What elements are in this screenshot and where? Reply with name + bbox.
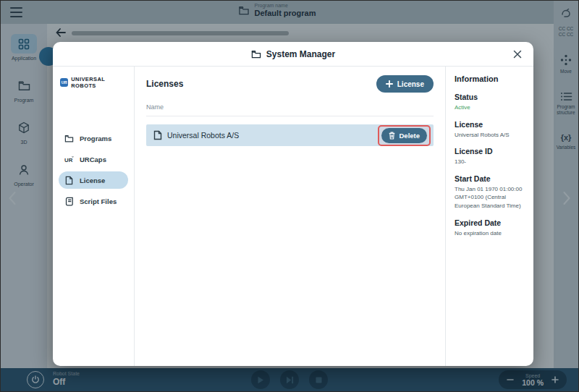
- urcaps-icon: UR: [64, 155, 74, 163]
- licenses-header: Licenses License: [146, 75, 434, 93]
- nav-item-programs[interactable]: Programs: [59, 129, 128, 147]
- folder-icon: [64, 135, 74, 142]
- modal-nav-items: Programs UR URCaps: [59, 129, 128, 210]
- ur-logo-mark: UR: [60, 78, 68, 87]
- universal-robots-logo: UR UNIVERSAL ROBOTS: [60, 76, 128, 89]
- license-label: License: [455, 120, 525, 129]
- license-row-universal-robots[interactable]: Universal Robots A/S Delete: [146, 124, 434, 146]
- svg-text:UR: UR: [64, 156, 73, 163]
- expired-date-value: No expiration date: [455, 229, 525, 238]
- nav-item-label: Programs: [80, 135, 111, 142]
- column-header-name: Name: [146, 103, 434, 116]
- trash-icon: [389, 132, 395, 140]
- plus-icon: [386, 80, 393, 88]
- license-file-icon: [64, 176, 74, 185]
- add-license-label: License: [397, 80, 424, 88]
- start-date-label: Start Date: [455, 174, 525, 183]
- information-title: Information: [455, 74, 525, 83]
- delete-license-button[interactable]: Delete: [381, 128, 427, 143]
- script-files-icon: [64, 197, 74, 206]
- modal-body: UR UNIVERSAL ROBOTS Programs: [53, 67, 533, 366]
- folder-icon: [251, 50, 261, 59]
- license-value: Universal Robots A/S: [455, 131, 525, 140]
- delete-button-annotation: Delete: [378, 125, 431, 146]
- license-id-value: 130-: [455, 158, 525, 166]
- delete-label: Delete: [399, 132, 420, 140]
- nav-item-label: License: [80, 176, 105, 184]
- close-icon[interactable]: [512, 48, 523, 60]
- licenses-panel: Licenses License Name: [135, 67, 445, 366]
- license-id-label: License ID: [455, 147, 525, 155]
- nav-item-script-files[interactable]: Script Files: [59, 192, 128, 210]
- polyscope-screen: Program name Default program Application…: [0, 0, 579, 392]
- nav-item-license[interactable]: License: [59, 171, 128, 189]
- modal-title: System Manager: [251, 49, 335, 59]
- nav-item-urcaps[interactable]: UR URCaps: [59, 150, 128, 168]
- nav-item-label: Script Files: [80, 197, 117, 205]
- modal-header: System Manager: [53, 42, 533, 67]
- information-panel: Information Status Active License Univer…: [445, 67, 533, 366]
- expired-date-label: Expired Date: [455, 218, 525, 227]
- status-badge: Active: [455, 103, 525, 112]
- modal-nav-column: UR UNIVERSAL ROBOTS Programs: [53, 67, 135, 366]
- license-file-icon: [153, 130, 162, 140]
- start-date-value: Thu Jan 01 1970 01:00:00 GMT+0100 (Centr…: [455, 185, 525, 210]
- status-label: Status: [455, 93, 525, 101]
- add-license-button[interactable]: License: [376, 75, 434, 93]
- license-name: Universal Robots A/S: [167, 131, 239, 140]
- nav-item-label: URCaps: [80, 155, 106, 163]
- licenses-heading: Licenses: [146, 79, 183, 89]
- system-manager-modal: System Manager UR UNIVERSAL ROBOTS: [53, 42, 533, 366]
